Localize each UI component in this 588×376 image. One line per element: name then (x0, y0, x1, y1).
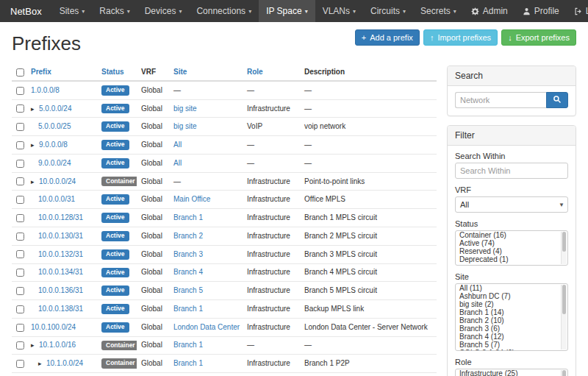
expand-caret-icon[interactable]: ▸ (38, 359, 46, 368)
prefix-link[interactable]: 10.0.0.136/31 (38, 286, 83, 294)
row-checkbox[interactable] (16, 141, 24, 149)
row-checkbox[interactable] (16, 269, 24, 277)
nav-item-circuits[interactable]: Circuits ▾ (363, 0, 413, 22)
search-button[interactable] (546, 92, 568, 108)
scrollbar-thumb[interactable] (562, 370, 566, 376)
role-multiselect[interactable]: Infrastructure (25)Management (8)Private… (455, 369, 568, 376)
filter-option[interactable]: Branch 3 (6) (456, 324, 567, 333)
row-checkbox[interactable] (16, 360, 24, 368)
chevron-down-icon: ▾ (82, 8, 85, 15)
site-link[interactable]: Branch 4 (173, 268, 203, 276)
row-checkbox[interactable] (16, 123, 24, 131)
search-within-input[interactable] (455, 163, 568, 179)
site-link[interactable]: Branch 5 (173, 286, 203, 294)
filter-option[interactable]: Deprecated (1) (456, 255, 567, 263)
sort-site-header[interactable]: Site (173, 68, 187, 76)
prefix-link[interactable]: 10.0.0.138/31 (38, 305, 83, 313)
sort-status-header[interactable]: Status (101, 68, 124, 76)
filter-option[interactable]: Container (16) (456, 231, 567, 239)
prefix-link[interactable]: 9.0.0.0/24 (38, 159, 71, 167)
import-prefixes-button[interactable]: ↑ Import prefixes (423, 29, 498, 46)
filter-option[interactable]: Branch 1 (14) (456, 308, 567, 316)
status-multiselect[interactable]: Container (16)Active (74)Reserved (4)Dep… (455, 230, 568, 266)
status-badge: Container (101, 177, 137, 187)
row-checkbox[interactable] (16, 287, 24, 295)
row-checkbox[interactable] (16, 87, 24, 95)
prefix-link[interactable]: 5.0.0.0/25 (38, 122, 71, 130)
sort-role-header[interactable]: Role (247, 68, 263, 76)
site-link[interactable]: Branch 1 (173, 213, 203, 221)
row-checkbox[interactable] (16, 324, 24, 332)
prefix-link[interactable]: 10.1.0.0/16 (39, 341, 76, 349)
site-link[interactable]: big site (173, 104, 197, 113)
site-link[interactable]: Branch 1 (173, 341, 203, 349)
vrf-select[interactable]: All ▼ (455, 196, 568, 213)
filter-option[interactable]: Infrastructure (25) (456, 369, 567, 376)
prefix-link[interactable]: 9.0.0.0/8 (39, 141, 68, 149)
scrollbar-thumb[interactable] (562, 232, 566, 252)
select-all-checkbox[interactable] (16, 68, 24, 77)
site-multiselect[interactable]: All (11)Ashburn DC (7)big site (2)Branch… (455, 283, 568, 351)
role-cell: Infrastructure (243, 300, 300, 319)
nav-item-logout[interactable]: Log out (567, 0, 588, 22)
export-prefixes-button[interactable]: ↓ Export prefixes (501, 29, 576, 46)
chevron-down-icon: ▾ (179, 8, 182, 15)
filter-option[interactable]: COLO 3-1-24 (0) (456, 349, 567, 351)
expand-caret-icon[interactable]: ▸ (31, 341, 39, 350)
row-checkbox[interactable] (16, 104, 24, 113)
expand-caret-icon[interactable]: ▸ (31, 177, 39, 186)
nav-item-connections[interactable]: Connections ▾ (189, 0, 259, 22)
site-link[interactable]: Main Office (173, 195, 210, 203)
nav-item-sites[interactable]: Sites ▾ (52, 0, 93, 22)
search-input[interactable] (455, 92, 546, 108)
row-checkbox[interactable] (16, 177, 24, 185)
row-checkbox[interactable] (16, 160, 24, 168)
nav-item-vlans[interactable]: VLANs ▾ (315, 0, 363, 22)
site-link[interactable]: All (173, 159, 182, 167)
nav-item-admin[interactable]: Admin (464, 0, 515, 22)
row-checkbox[interactable] (16, 341, 24, 350)
filter-option[interactable]: Branch 4 (12) (456, 333, 567, 341)
nav-item-ip-space[interactable]: IP Space ▾ (259, 0, 315, 22)
nav-item-devices[interactable]: Devices ▾ (137, 0, 190, 22)
filter-option[interactable]: All (11) (456, 284, 567, 292)
prefix-link[interactable]: 10.0.100.0/24 (31, 323, 76, 331)
brand-logo[interactable]: NetBox (0, 0, 52, 22)
prefix-link[interactable]: 10.0.0.132/31 (38, 250, 83, 258)
site-link[interactable]: big site (173, 122, 197, 130)
site-link[interactable]: Branch 3 (173, 250, 203, 258)
sort-prefix-header[interactable]: Prefix (31, 68, 51, 76)
filter-option[interactable]: Reserved (4) (456, 247, 567, 255)
prefix-link[interactable]: 10.0.0.134/31 (38, 268, 83, 276)
filter-option[interactable]: big site (2) (456, 300, 567, 308)
nav-item-secrets[interactable]: Secrets ▾ (413, 0, 464, 22)
prefix-link[interactable]: 5.0.0.0/24 (39, 104, 71, 113)
expand-caret-icon[interactable]: ▸ (31, 141, 39, 149)
prefix-link[interactable]: 10.0.0.0/24 (39, 177, 76, 185)
row-checkbox[interactable] (16, 196, 24, 204)
prefix-link[interactable]: 1.0.0.0/8 (31, 86, 60, 94)
prefix-link[interactable]: 10.0.0.130/31 (38, 232, 83, 240)
filter-option[interactable]: Active (74) (456, 239, 567, 247)
site-link[interactable]: All (173, 141, 182, 149)
prefix-link[interactable]: 10.1.0.0/24 (46, 359, 83, 367)
nav-item-racks[interactable]: Racks ▾ (92, 0, 137, 22)
expand-caret-icon[interactable]: ▸ (31, 104, 39, 113)
site-link[interactable]: Branch 2 (173, 232, 203, 240)
scrollbar-thumb[interactable] (562, 285, 566, 314)
prefixes-table-container: Prefix Status VRF Site Role Description … (12, 64, 437, 376)
filter-option[interactable]: Branch 5 (7) (456, 341, 567, 349)
row-checkbox[interactable] (16, 250, 24, 258)
prefix-link[interactable]: 10.0.0.0/31 (38, 195, 75, 203)
nav-item-profile[interactable]: Profile (515, 0, 567, 22)
prefix-link[interactable]: 10.0.0.128/31 (38, 213, 83, 221)
row-checkbox[interactable] (16, 214, 24, 222)
filter-option[interactable]: Ashburn DC (7) (456, 292, 567, 300)
row-checkbox[interactable] (16, 305, 24, 313)
site-link[interactable]: Branch 1 (173, 305, 203, 313)
site-link[interactable]: London Data Center (173, 323, 240, 331)
add-prefix-button[interactable]: + Add a prefix (355, 29, 420, 46)
row-checkbox[interactable] (16, 233, 24, 241)
filter-option[interactable]: Branch 2 (10) (456, 316, 567, 324)
site-link[interactable]: Branch 1 (173, 359, 203, 367)
